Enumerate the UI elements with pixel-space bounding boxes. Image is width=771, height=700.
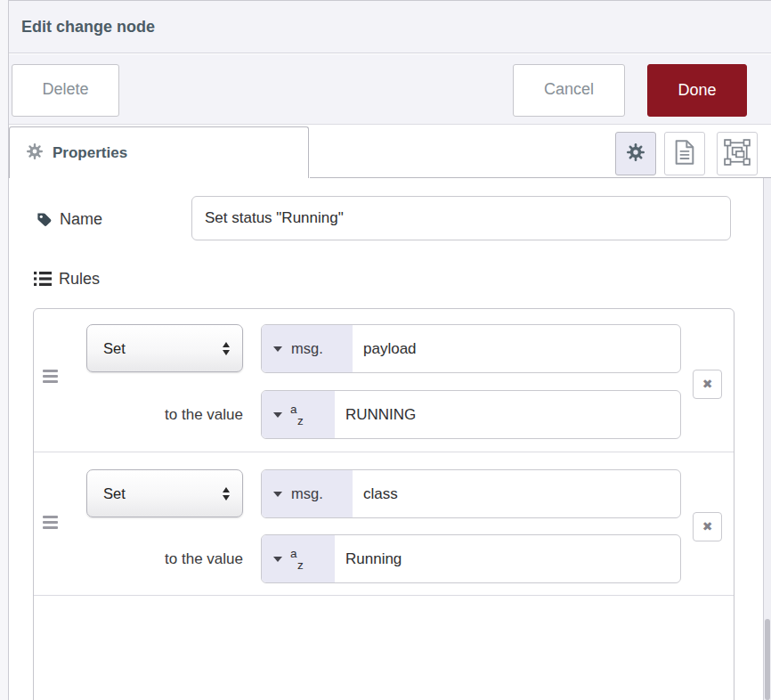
rule-drag-handle[interactable] <box>43 516 58 532</box>
rule-property-input[interactable] <box>353 325 680 372</box>
rule-value-input[interactable] <box>335 535 680 582</box>
dialog-header: Edit change node <box>9 0 771 53</box>
string-type-icon: a z <box>290 547 304 572</box>
property-prefix: msg. <box>291 340 323 357</box>
cancel-button[interactable]: Cancel <box>513 64 625 117</box>
rule-action-select[interactable]: Set <box>86 324 243 372</box>
delete-button[interactable]: Delete <box>12 64 119 117</box>
list-icon <box>34 270 52 291</box>
string-type-icon: a z <box>290 403 304 427</box>
node-appearance-button[interactable] <box>717 132 758 175</box>
property-prefix: msg. <box>291 485 323 502</box>
dialog-toolbar: Delete Cancel Done <box>9 54 771 125</box>
rule-value-input-group: a z <box>261 534 681 583</box>
value-type-button[interactable]: a z <box>262 535 335 582</box>
rule-property-input[interactable] <box>353 470 680 517</box>
node-description-button[interactable] <box>664 132 705 175</box>
canvas-edge-strip <box>0 0 9 700</box>
rules-label: Rules <box>59 264 100 294</box>
tab-bar-border <box>310 177 771 178</box>
caret-down-icon <box>273 412 282 418</box>
dialog-title: Edit change node <box>21 1 155 53</box>
to-the-value-label: to the value <box>86 390 243 439</box>
rule-value-input[interactable] <box>335 391 680 438</box>
node-settings-button[interactable] <box>615 132 656 175</box>
rule-divider <box>34 595 734 596</box>
document-icon <box>674 140 695 168</box>
rule-action-value: Set <box>87 485 223 502</box>
tag-icon <box>36 211 53 232</box>
rule-drag-handle[interactable] <box>43 370 58 386</box>
caret-down-icon <box>273 557 282 562</box>
appearance-icon <box>724 139 751 169</box>
rule-property-input-group: msg. <box>261 469 681 518</box>
name-label: Name <box>60 203 102 235</box>
property-type-button[interactable]: msg. <box>262 325 353 372</box>
select-arrows-icon <box>223 342 230 355</box>
value-type-button[interactable]: a z <box>262 391 335 438</box>
rule-value-input-group: a z <box>261 390 681 439</box>
select-arrows-icon <box>223 487 230 501</box>
gear-icon <box>627 143 645 165</box>
rule-property-input-group: msg. <box>261 324 681 373</box>
rule-action-select[interactable]: Set <box>86 469 243 517</box>
caret-down-icon <box>273 492 282 497</box>
rule-divider <box>34 452 734 452</box>
remove-icon: ✖ <box>702 519 713 533</box>
scrollbar-thumb[interactable] <box>765 619 770 700</box>
to-the-value-label: to the value <box>86 534 243 583</box>
remove-icon: ✖ <box>702 377 713 391</box>
properties-gear-icon <box>27 143 43 163</box>
done-button[interactable]: Done <box>647 64 747 117</box>
name-input[interactable] <box>191 196 731 240</box>
caret-down-icon <box>273 346 282 352</box>
rule-action-value: Set <box>87 340 223 357</box>
remove-rule-button[interactable]: ✖ <box>693 370 722 399</box>
tab-properties-label: Properties <box>53 144 127 162</box>
edit-change-node-dialog: Edit change node Delete Cancel Done Prop… <box>0 0 771 700</box>
tab-properties[interactable]: Properties <box>9 126 309 178</box>
property-type-button[interactable]: msg. <box>262 470 353 517</box>
remove-rule-button[interactable]: ✖ <box>693 512 722 541</box>
